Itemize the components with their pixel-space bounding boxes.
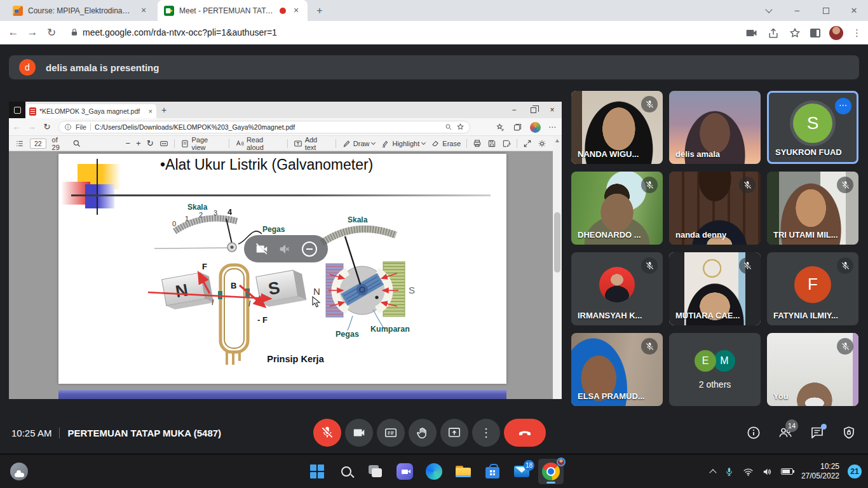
save-as-icon[interactable] <box>502 139 511 148</box>
print-icon[interactable] <box>473 139 482 148</box>
participant-tile-speaking[interactable]: S ⋯ SYUKRON FUAD <box>767 91 858 164</box>
mic-off-icon <box>641 177 658 193</box>
camera-in-use-icon[interactable] <box>745 27 758 39</box>
zoom-in-button[interactable]: + <box>136 139 141 148</box>
back-button[interactable]: ← <box>4 26 23 39</box>
new-tab-button[interactable]: + <box>313 4 327 18</box>
participant-tile[interactable]: nanda denny <box>669 172 761 245</box>
bookmark-star-icon[interactable] <box>789 27 801 39</box>
save-icon[interactable] <box>487 139 496 148</box>
store-button[interactable] <box>480 459 505 484</box>
rotate-button[interactable]: ↻ <box>147 139 154 148</box>
draw-button[interactable]: Draw <box>342 139 376 148</box>
widgets-weather-button[interactable] <box>10 463 28 480</box>
camera-off-icon[interactable] <box>255 242 269 256</box>
start-button[interactable] <box>304 459 330 484</box>
profile-avatar[interactable] <box>829 26 843 40</box>
url-text[interactable]: meet.google.com/rda-ntvx-occ?pli=1&authu… <box>83 27 277 37</box>
present-button[interactable] <box>440 419 468 447</box>
participant-tile[interactable]: MUTIARA CAE... <box>669 252 761 325</box>
zoom-out-button[interactable]: − <box>125 139 130 148</box>
participant-tile[interactable]: IRMANSYAH K... <box>571 252 663 325</box>
divider <box>90 123 91 131</box>
edge-url-scheme: File <box>76 123 86 131</box>
microphone-in-use-icon[interactable] <box>724 466 735 477</box>
forward-button[interactable]: → <box>23 26 42 39</box>
chevron-down-icon[interactable] <box>371 140 376 144</box>
notification-count-badge[interactable]: 21 <box>848 464 862 478</box>
fit-width-icon[interactable] <box>159 139 168 148</box>
camera-toggle-button[interactable] <box>345 419 373 447</box>
tab-close-icon[interactable]: × <box>291 6 301 16</box>
tab-search-button[interactable] <box>757 0 780 21</box>
participants-count-badge: 14 <box>785 419 798 432</box>
participant-tile[interactable]: NANDA WIGU... <box>571 91 663 164</box>
host-controls-button[interactable] <box>841 425 857 440</box>
lock-icon[interactable] <box>70 28 79 37</box>
minimize-button[interactable]: − <box>783 0 811 21</box>
maximize-button[interactable] <box>811 0 840 21</box>
participant-tile[interactable]: TRI UTAMI MIL... <box>767 172 858 245</box>
add-text-button[interactable]: Add text <box>294 136 330 151</box>
addressbar-icons: ⋮ <box>745 21 862 44</box>
search-button[interactable] <box>334 459 359 484</box>
battery-icon[interactable] <box>781 468 793 475</box>
search-icon[interactable] <box>72 139 81 148</box>
scroll-up-icon[interactable] <box>555 139 559 142</box>
volume-icon[interactable] <box>762 466 773 477</box>
divider <box>174 139 175 148</box>
audio-off-icon[interactable] <box>278 242 292 256</box>
browser-addressbar: ← → ↻ meet.google.com/rda-ntvx-occ?pli=1… <box>0 21 868 44</box>
browser-tab-course[interactable]: Course: MPIPA_Elektrodinamika_I × <box>6 0 155 21</box>
more-options-button[interactable]: ⋮ <box>472 419 500 447</box>
mic-toggle-button[interactable] <box>313 419 341 447</box>
chat-app-button[interactable] <box>392 459 417 484</box>
clock[interactable]: 10:25 27/05/2022 <box>801 462 839 481</box>
tile-menu-button[interactable]: ⋯ <box>835 98 851 114</box>
tab-close-icon[interactable]: × <box>139 6 149 16</box>
participant-tile-you[interactable]: You <box>767 333 858 406</box>
share-icon[interactable] <box>767 27 780 39</box>
mic-off-icon <box>641 96 658 112</box>
browser-tab-meet[interactable]: Meet - PERTEMUAN TATAP M × <box>158 0 308 21</box>
settings-gear-icon[interactable] <box>538 139 546 148</box>
file-explorer-button[interactable] <box>451 459 476 484</box>
participants-button[interactable]: 14 <box>778 425 793 440</box>
page-view-button[interactable]: Page view <box>180 136 223 151</box>
meet-favicon <box>164 6 174 16</box>
chrome-app-button[interactable] <box>538 459 564 484</box>
close-window-button[interactable]: × <box>840 0 868 21</box>
browser-menu-icon[interactable]: ⋮ <box>852 27 862 39</box>
pdf-content: •Alat Ukur Listrik (Galvanometer) Skala <box>9 151 553 399</box>
participant-tile[interactable]: F FATYNIA ILMIY... <box>767 252 858 325</box>
task-view-button[interactable] <box>363 459 388 484</box>
hidden-icons-chevron[interactable] <box>709 469 716 476</box>
fullscreen-icon[interactable] <box>523 139 532 148</box>
participant-tile-others[interactable]: E M 2 others <box>669 333 761 406</box>
participant-tile[interactable]: DHEONARDO ... <box>571 172 663 245</box>
erase-button[interactable]: Erase <box>431 139 461 148</box>
end-call-button[interactable] <box>504 419 546 447</box>
highlight-button[interactable]: Highlight <box>381 139 425 148</box>
captions-button[interactable] <box>377 419 405 447</box>
edge-menu-icon: ⋯ <box>548 123 557 132</box>
reload-button[interactable]: ↻ <box>42 26 61 39</box>
chevron-down-icon[interactable] <box>421 140 426 144</box>
participant-tile[interactable]: delis amala <box>669 91 761 164</box>
meeting-details-button[interactable] <box>746 425 761 440</box>
edge-pdf-tab: *KELOMPOK 3_Gaya magnet.pdf × <box>25 104 156 118</box>
wifi-icon[interactable] <box>743 466 754 477</box>
chat-notification-dot <box>821 424 827 430</box>
shared-screen[interactable]: *KELOMPOK 3_Gaya magnet.pdf × + − × ← → … <box>9 102 562 399</box>
chat-button[interactable] <box>810 425 825 440</box>
participant-tile[interactable]: ELSA PRAMUD... <box>571 333 663 406</box>
minimize-overlay-button[interactable] <box>302 241 317 257</box>
side-panel-icon[interactable] <box>810 29 820 37</box>
scrollbar-thumb[interactable] <box>554 212 560 273</box>
page-number-input[interactable]: 22 <box>30 139 46 149</box>
read-aloud-button[interactable]: Read aloud <box>235 136 281 151</box>
pdf-scrollbar[interactable] <box>553 136 562 399</box>
mail-button[interactable]: 18 <box>509 459 534 484</box>
raise-hand-button[interactable] <box>409 419 437 447</box>
edge-app-button[interactable] <box>421 459 447 484</box>
